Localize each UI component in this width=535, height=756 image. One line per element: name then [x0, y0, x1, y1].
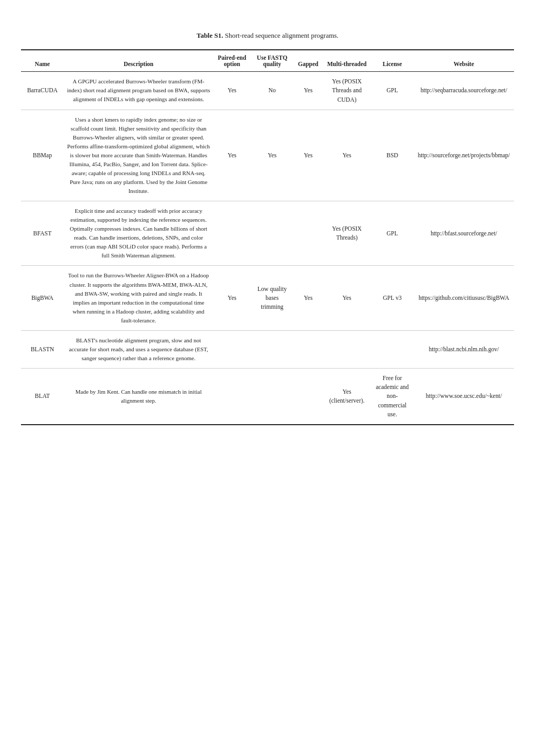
table-header-row: Name Description Paired-end option Use F…: [21, 50, 514, 72]
cell-row4-col4: [293, 330, 323, 368]
cell-row3-col2: Yes: [213, 266, 251, 330]
cell-row2-col7: http://bfast.sourceforge.net/: [414, 201, 514, 266]
table-title: Table S1. Short-read sequence alignment …: [21, 31, 514, 40]
cell-row3-col5: Yes: [323, 266, 371, 330]
cell-row0-col2: Yes: [213, 72, 251, 110]
cell-row0-col1: A GPGPU accelerated Burrows-Wheeler tran…: [63, 72, 213, 110]
col-header-website: Website: [414, 50, 514, 72]
cell-row2-col6: GPL: [371, 201, 413, 266]
cell-row1-col5: Yes: [323, 110, 371, 201]
cell-row5-col2: [213, 368, 251, 425]
cell-row4-col3: [251, 330, 293, 368]
col-header-name: Name: [21, 50, 63, 72]
table-row: BBMapUses a short kmers to rapidly index…: [21, 110, 514, 201]
table-row: BFASTExplicit time and accuracy tradeoff…: [21, 201, 514, 266]
col-header-fastq: Use FASTQ quality: [251, 50, 293, 72]
cell-row4-col2: [213, 330, 251, 368]
cell-row0-col7: http://seqbarracuda.sourceforge.net/: [414, 72, 514, 110]
cell-row1-col3: Yes: [251, 110, 293, 201]
cell-row2-col4: [293, 201, 323, 266]
table-row: BarraCUDAA GPGPU accelerated Burrows-Whe…: [21, 72, 514, 110]
cell-row2-col3: [251, 201, 293, 266]
cell-row3-col7: https://github.com/citiususc/BigBWA: [414, 266, 514, 330]
cell-row0-col4: Yes: [293, 72, 323, 110]
cell-row4-col0: BLASTN: [21, 330, 63, 368]
cell-row5-col6: Free for academic and non-commercial use…: [371, 368, 413, 425]
cell-row3-col6: GPL v3: [371, 266, 413, 330]
cell-row1-col2: Yes: [213, 110, 251, 201]
cell-row5-col3: [251, 368, 293, 425]
col-header-license: License: [371, 50, 413, 72]
col-header-gapped: Gapped: [293, 50, 323, 72]
cell-row4-col7: http://blast.ncbi.nlm.nih.gov/: [414, 330, 514, 368]
cell-row2-col0: BFAST: [21, 201, 63, 266]
cell-row1-col0: BBMap: [21, 110, 63, 201]
cell-row3-col3: Low quality bases trimming: [251, 266, 293, 330]
cell-row2-col5: Yes (POSIX Threads): [323, 201, 371, 266]
cell-row3-col4: Yes: [293, 266, 323, 330]
title-subtitle: Short-read sequence alignment programs.: [223, 31, 338, 39]
cell-row0-col0: BarraCUDA: [21, 72, 63, 110]
col-header-multi: Multi-threaded: [323, 50, 371, 72]
cell-row5-col5: Yes (client/server).: [323, 368, 371, 425]
cell-row1-col6: BSD: [371, 110, 413, 201]
title-bold: Table S1.: [197, 31, 223, 39]
table-row: BLASTNBLAST's nucleotide alignment progr…: [21, 330, 514, 368]
cell-row3-col0: BigBWA: [21, 266, 63, 330]
cell-row0-col6: GPL: [371, 72, 413, 110]
cell-row0-col5: Yes (POSIX Threads and CUDA): [323, 72, 371, 110]
col-header-description: Description: [63, 50, 213, 72]
cell-row5-col7: http://www.soe.ucsc.edu/~kent/: [414, 368, 514, 425]
cell-row4-col5: [323, 330, 371, 368]
col-header-paired: Paired-end option: [213, 50, 251, 72]
cell-row5-col0: BLAT: [21, 368, 63, 425]
cell-row5-col1: Made by Jim Kent. Can handle one mismatc…: [63, 368, 213, 425]
table-row: BigBWATool to run the Burrows-Wheeler Al…: [21, 266, 514, 330]
cell-row3-col1: Tool to run the Burrows-Wheeler Aligner-…: [63, 266, 213, 330]
cell-row1-col7: http://sourceforge.net/projects/bbmap/: [414, 110, 514, 201]
cell-row1-col4: Yes: [293, 110, 323, 201]
cell-row5-col4: [293, 368, 323, 425]
table-row: BLATMade by Jim Kent. Can handle one mis…: [21, 368, 514, 425]
cell-row0-col3: No: [251, 72, 293, 110]
alignment-table: Name Description Paired-end option Use F…: [21, 49, 514, 425]
cell-row2-col1: Explicit time and accuracy tradeoff with…: [63, 201, 213, 266]
cell-row4-col6: [371, 330, 413, 368]
cell-row1-col1: Uses a short kmers to rapidly index geno…: [63, 110, 213, 201]
cell-row2-col2: [213, 201, 251, 266]
cell-row4-col1: BLAST's nucleotide alignment program, sl…: [63, 330, 213, 368]
